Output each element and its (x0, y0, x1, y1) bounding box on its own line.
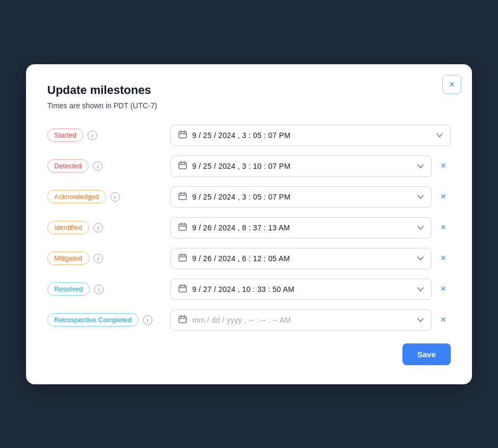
datetime-wrapper-detected: 9 / 25 / 2024 , 3 : 10 : 07 PM× (170, 156, 451, 177)
datetime-input-acknowledged[interactable]: 9 / 25 / 2024 , 3 : 05 : 07 PM (170, 186, 432, 208)
clear-button-detected[interactable]: × (436, 159, 451, 174)
svg-rect-16 (179, 255, 186, 261)
datetime-wrapper-identified: 9 / 26 / 2024 , 8 : 37 : 13 AM× (170, 217, 451, 238)
datetime-text-identified: 9 / 26 / 2024 , 8 : 37 : 13 AM (192, 223, 412, 232)
datetime-input-resolved[interactable]: 9 / 27 / 2024 , 10 : 33 : 50 AM (170, 279, 432, 300)
datetime-input-mitigated[interactable]: 9 / 26 / 2024 , 6 : 12 : 05 AM (170, 248, 432, 269)
milestone-row-identified: Identifiedi 9 / 26 / 2024 , 8 : 37 : 13 … (47, 217, 451, 238)
badge-acknowledged: Acknowledged (47, 190, 106, 203)
datetime-text-mitigated: 9 / 26 / 2024 , 6 : 12 : 05 AM (192, 254, 412, 263)
datetime-input-identified[interactable]: 9 / 26 / 2024 , 8 : 37 : 13 AM (170, 217, 432, 238)
label-area-mitigated: Mitigatedi (47, 252, 164, 265)
datetime-input-detected[interactable]: 9 / 25 / 2024 , 3 : 10 : 07 PM (170, 156, 432, 177)
badge-identified: Identified (47, 221, 89, 234)
badge-mitigated: Mitigated (47, 252, 89, 265)
calendar-icon-retrospective-completed (178, 315, 187, 325)
svg-rect-12 (179, 224, 186, 230)
label-area-detected: Detectedi (47, 159, 164, 173)
label-area-acknowledged: Acknowledgedi (47, 190, 164, 203)
badge-detected: Detected (47, 159, 89, 173)
svg-rect-20 (179, 286, 186, 292)
milestone-row-resolved: Resolvedi 9 / 27 / 2024 , 10 : 33 : 50 A… (47, 279, 451, 300)
calendar-icon-started (178, 130, 187, 141)
datetime-text-detected: 9 / 25 / 2024 , 3 : 10 : 07 PM (192, 162, 412, 170)
calendar-icon-resolved (178, 284, 187, 295)
badge-resolved: Resolved (47, 282, 90, 296)
svg-rect-4 (179, 162, 186, 169)
update-milestones-modal: Update milestones × Times are shown in P… (26, 64, 472, 384)
calendar-icon-identified (178, 222, 187, 233)
clear-button-resolved[interactable]: × (436, 282, 451, 297)
info-icon-detected[interactable]: i (93, 161, 102, 171)
clear-button-identified[interactable]: × (436, 220, 451, 235)
info-icon-mitigated[interactable]: i (93, 254, 103, 263)
datetime-input-started[interactable]: 9 / 25 / 2024 , 3 : 05 : 07 PM (170, 125, 451, 146)
chevron-down-icon-acknowledged (417, 193, 424, 201)
timezone-subtitle: Times are shown in PDT (UTC-7) (47, 101, 451, 110)
calendar-icon-acknowledged (178, 192, 187, 202)
label-area-resolved: Resolvedi (47, 282, 164, 296)
milestone-row-detected: Detectedi 9 / 25 / 2024 , 3 : 10 : 07 PM… (47, 156, 451, 177)
clear-button-retrospective-completed[interactable]: × (436, 313, 451, 328)
badge-retrospective-completed: Retrospective Completed (47, 313, 139, 326)
calendar-icon-detected (178, 161, 187, 171)
milestone-row-retrospective-completed: Retrospective Completedi mm / dd / yyyy … (47, 309, 451, 331)
datetime-text-acknowledged: 9 / 25 / 2024 , 3 : 05 : 07 PM (192, 193, 412, 201)
datetime-wrapper-started: 9 / 25 / 2024 , 3 : 05 : 07 PM (170, 125, 451, 146)
chevron-down-icon-mitigated (417, 255, 424, 262)
datetime-wrapper-acknowledged: 9 / 25 / 2024 , 3 : 05 : 07 PM× (170, 186, 451, 208)
save-button[interactable]: Save (402, 343, 451, 365)
milestones-list: Startedi 9 / 25 / 2024 , 3 : 05 : 07 PMD… (47, 125, 451, 331)
chevron-down-icon-started (436, 132, 443, 139)
milestone-row-started: Startedi 9 / 25 / 2024 , 3 : 05 : 07 PM (47, 125, 451, 146)
svg-rect-8 (179, 193, 186, 200)
info-icon-retrospective-completed[interactable]: i (143, 315, 152, 325)
modal-title: Update milestones (47, 83, 451, 97)
datetime-text-retrospective-completed: mm / dd / yyyy , -- : -- : -- AM (192, 316, 412, 324)
datetime-text-started: 9 / 25 / 2024 , 3 : 05 : 07 PM (192, 131, 431, 140)
chevron-down-icon-retrospective-completed (417, 316, 424, 324)
datetime-text-resolved: 9 / 27 / 2024 , 10 : 33 : 50 AM (192, 285, 412, 294)
label-area-identified: Identifiedi (47, 221, 164, 234)
datetime-wrapper-retrospective-completed: mm / dd / yyyy , -- : -- : -- AM× (170, 309, 451, 331)
label-area-started: Startedi (47, 128, 164, 142)
datetime-input-retrospective-completed[interactable]: mm / dd / yyyy , -- : -- : -- AM (170, 309, 432, 331)
clear-button-mitigated[interactable]: × (436, 251, 451, 266)
clear-button-acknowledged[interactable]: × (436, 189, 451, 204)
milestone-row-mitigated: Mitigatedi 9 / 26 / 2024 , 6 : 12 : 05 A… (47, 248, 451, 269)
badge-started: Started (47, 128, 83, 142)
milestone-row-acknowledged: Acknowledgedi 9 / 25 / 2024 , 3 : 05 : 0… (47, 186, 451, 208)
chevron-down-icon-detected (417, 162, 424, 170)
close-button[interactable]: × (442, 75, 461, 94)
modal-footer: Save (47, 343, 451, 365)
info-icon-acknowledged[interactable]: i (110, 192, 120, 202)
calendar-icon-mitigated (178, 253, 187, 264)
svg-rect-0 (179, 132, 186, 138)
info-icon-identified[interactable]: i (93, 223, 103, 232)
svg-rect-24 (179, 316, 186, 323)
label-area-retrospective-completed: Retrospective Completedi (47, 313, 164, 326)
chevron-down-icon-resolved (417, 286, 424, 293)
chevron-down-icon-identified (417, 224, 424, 231)
datetime-wrapper-resolved: 9 / 27 / 2024 , 10 : 33 : 50 AM× (170, 279, 451, 300)
info-icon-resolved[interactable]: i (94, 285, 104, 294)
info-icon-started[interactable]: i (88, 131, 97, 140)
datetime-wrapper-mitigated: 9 / 26 / 2024 , 6 : 12 : 05 AM× (170, 248, 451, 269)
